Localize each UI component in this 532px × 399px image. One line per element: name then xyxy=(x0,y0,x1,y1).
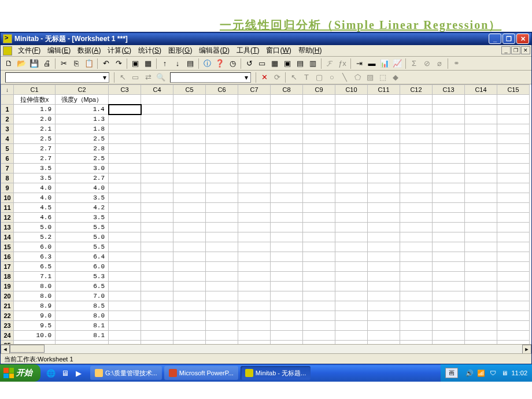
cell[interactable] xyxy=(497,154,530,164)
row-header[interactable]: 20 xyxy=(1,291,14,301)
cell[interactable] xyxy=(335,193,368,203)
cell[interactable] xyxy=(433,203,465,213)
cell[interactable] xyxy=(465,134,497,144)
nav-dropdown[interactable] xyxy=(170,72,251,83)
cell[interactable] xyxy=(271,164,303,173)
cell[interactable] xyxy=(497,311,530,321)
cell[interactable] xyxy=(335,272,368,282)
cell[interactable] xyxy=(141,262,173,272)
cell[interactable] xyxy=(271,341,303,345)
cell[interactable] xyxy=(173,144,206,154)
cell[interactable] xyxy=(465,262,497,272)
col-header-c12[interactable]: C12 xyxy=(400,85,433,95)
cell[interactable] xyxy=(368,321,400,331)
cell[interactable] xyxy=(271,311,303,321)
cell[interactable]: 4.0 xyxy=(56,183,109,193)
col-header-c15[interactable]: C15 xyxy=(497,85,530,95)
fx-icon[interactable]: ƒx xyxy=(337,58,348,69)
cell[interactable]: 5.5 xyxy=(56,223,109,232)
cell[interactable] xyxy=(335,105,368,114)
task-button[interactable]: G:\质量管理技术... xyxy=(90,366,162,380)
cell[interactable] xyxy=(303,114,335,124)
up-icon[interactable]: ↑ xyxy=(159,58,171,69)
cell[interactable] xyxy=(465,272,497,282)
link-icon[interactable]: ⚭ xyxy=(450,58,462,69)
menu-t[interactable]: 工具(T) xyxy=(233,45,263,57)
cell[interactable]: 4.0 xyxy=(14,183,56,193)
cell[interactable] xyxy=(206,252,238,262)
cell[interactable] xyxy=(238,321,271,331)
cell[interactable] xyxy=(141,154,173,164)
refresh-icon[interactable]: ⟳ xyxy=(271,72,283,83)
var-name-c9[interactable] xyxy=(303,95,335,105)
mdi-minimize-button[interactable]: _ xyxy=(501,46,511,54)
cell[interactable] xyxy=(303,291,335,301)
cell[interactable] xyxy=(433,262,465,272)
cell[interactable] xyxy=(433,232,465,242)
cell[interactable] xyxy=(141,311,173,321)
run-icon[interactable]: ▤ xyxy=(184,58,196,69)
cell[interactable] xyxy=(368,154,400,164)
mdi-close-button[interactable]: ✕ xyxy=(521,46,530,54)
cell[interactable] xyxy=(238,164,271,173)
start-button[interactable]: 开始 xyxy=(0,364,40,382)
cell[interactable]: 5.2 xyxy=(14,232,56,242)
cell[interactable] xyxy=(173,105,206,114)
cell[interactable] xyxy=(465,311,497,321)
cell[interactable]: 1.4 xyxy=(56,105,109,114)
delete-icon[interactable]: ✕ xyxy=(258,72,270,83)
var-name-c13[interactable] xyxy=(433,95,465,105)
cell[interactable] xyxy=(497,223,530,232)
cell[interactable] xyxy=(368,124,400,134)
cell[interactable] xyxy=(206,173,238,183)
cell[interactable] xyxy=(271,105,303,114)
cell[interactable] xyxy=(141,105,173,114)
cell[interactable] xyxy=(465,203,497,213)
reportpad-icon[interactable]: ▤ xyxy=(294,58,306,69)
menu-a[interactable]: 数据(A) xyxy=(74,45,104,57)
cell[interactable] xyxy=(368,291,400,301)
cell[interactable] xyxy=(141,173,173,183)
cell[interactable]: 1.9 xyxy=(14,105,56,114)
cell[interactable] xyxy=(368,193,400,203)
row-header[interactable]: 11 xyxy=(1,203,14,213)
projmgr-icon[interactable]: ▥ xyxy=(307,58,319,69)
cell[interactable] xyxy=(173,321,206,331)
cell[interactable] xyxy=(433,154,465,164)
minimize-button[interactable]: _ xyxy=(489,34,501,44)
col-header-c7[interactable]: C7 xyxy=(238,85,271,95)
cell[interactable] xyxy=(497,282,530,291)
cell[interactable]: 8.1 xyxy=(56,331,109,341)
cell[interactable]: 2.5 xyxy=(14,134,56,144)
cell[interactable]: 8.0 xyxy=(14,282,56,291)
cell[interactable] xyxy=(238,223,271,232)
cell[interactable] xyxy=(303,242,335,252)
cell[interactable] xyxy=(465,105,497,114)
maximize-button[interactable]: ❐ xyxy=(503,34,515,44)
cell[interactable] xyxy=(141,203,173,213)
cell[interactable] xyxy=(400,272,433,282)
circle-icon[interactable]: ○ xyxy=(326,72,338,83)
stat-icon[interactable]: ◷ xyxy=(227,58,238,69)
cell[interactable] xyxy=(141,193,173,203)
cell[interactable] xyxy=(173,193,206,203)
cell[interactable] xyxy=(271,203,303,213)
cell[interactable] xyxy=(238,203,271,213)
corner-cell[interactable]: ↓ xyxy=(1,85,14,95)
fill-icon[interactable]: ▨ xyxy=(364,72,376,83)
cell[interactable] xyxy=(335,301,368,311)
cell[interactable] xyxy=(238,114,271,124)
scroll-left-icon[interactable]: ◄ xyxy=(1,345,10,354)
cell[interactable] xyxy=(109,321,141,331)
cell[interactable] xyxy=(271,134,303,144)
cell[interactable] xyxy=(173,213,206,223)
cell[interactable] xyxy=(433,114,465,124)
cell[interactable] xyxy=(206,282,238,291)
row-header[interactable]: 3 xyxy=(1,124,14,134)
menu-h[interactable]: 帮助(H) xyxy=(295,45,326,57)
cell[interactable] xyxy=(303,301,335,311)
var-name-c1[interactable]: 拉伸倍数x xyxy=(14,95,56,105)
cell[interactable] xyxy=(238,331,271,341)
cell[interactable] xyxy=(400,331,433,341)
cell[interactable] xyxy=(173,301,206,311)
